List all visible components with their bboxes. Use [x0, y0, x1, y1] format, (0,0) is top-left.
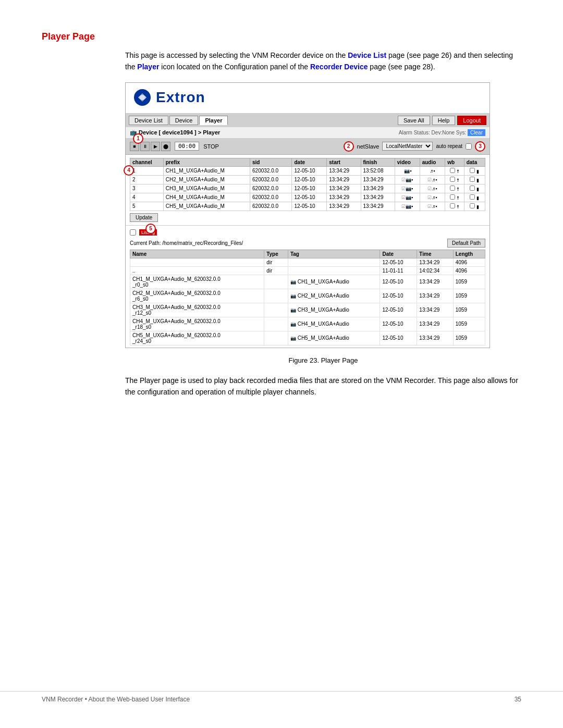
- wb-checkbox-0[interactable]: [450, 168, 455, 173]
- cell-ch: 5: [130, 202, 164, 211]
- cell-date: 12-05-10: [292, 184, 327, 193]
- listing-header: Listing 5: [130, 228, 485, 237]
- device-list-link[interactable]: Device List: [348, 51, 386, 59]
- data-checkbox-0[interactable]: [470, 168, 475, 173]
- cell-finish: 13:34:29: [361, 175, 395, 184]
- nav-help[interactable]: Help: [432, 116, 456, 125]
- cell-finish: 13:34:29: [361, 193, 395, 202]
- channels-section: 4 channel prefix sid date start finish v…: [126, 155, 489, 225]
- breadcrumb-path: Device [ device1094 ] > Player: [139, 129, 220, 135]
- cell-fname: CH3_M_UXGA+Audio_M_620032.0.0_r12_s0: [130, 303, 264, 317]
- channels-table: channel prefix sid date start finish vid…: [130, 158, 485, 211]
- footer-bar: VNM Recorder • About the Web-based User …: [0, 691, 563, 707]
- col-tag: Tag: [288, 250, 380, 258]
- cell-ftag: 📷 CH5_M_UXGA+Audio: [288, 331, 380, 345]
- cell-flength: 4096: [453, 258, 485, 266]
- wb-checkbox-1[interactable]: [450, 177, 455, 182]
- wb-checkbox-3[interactable]: [450, 194, 455, 200]
- data-checkbox-2[interactable]: [470, 186, 475, 191]
- data-checkbox-3[interactable]: [470, 194, 475, 200]
- cell-ftime: 14:02:34: [417, 266, 453, 275]
- cell-flength: 4096: [453, 266, 485, 275]
- files-thead: Name Type Tag Date Time Length: [130, 250, 485, 258]
- body-text: The Player page is used to play back rec…: [125, 375, 521, 398]
- nav-left: Device List Device Player: [129, 116, 228, 125]
- callout-5: 5: [145, 224, 156, 234]
- cell-flength: 1059: [453, 317, 485, 331]
- cell-ftime: 13:34:29: [417, 303, 453, 317]
- wb-checkbox-2[interactable]: [450, 186, 455, 191]
- cell-prefix: CH2_M_UXGA+Audio_M: [163, 175, 250, 184]
- cell-flength: 1059: [453, 303, 485, 317]
- default-path-button[interactable]: Default Path: [447, 239, 485, 248]
- cell-ftag: [288, 266, 380, 275]
- cell-audio: ♬▪: [420, 166, 445, 175]
- cell-ch: 2: [130, 175, 164, 184]
- file-row-6: CH4_M_UXGA+Audio_M_620032.0.0_r18_s0 📷 C…: [130, 317, 485, 331]
- cell-audio: ☑♬▪: [420, 202, 445, 211]
- update-button[interactable]: Update: [130, 213, 158, 222]
- cell-ftype: [264, 303, 288, 317]
- cell-audio: ☑♬▪: [420, 193, 445, 202]
- time-display: 00:00: [175, 142, 199, 151]
- cell-wb: ☨: [445, 166, 464, 175]
- col-date: date: [292, 158, 327, 166]
- cell-sid: 620032.0.0: [250, 184, 292, 193]
- recorder-device-link[interactable]: Recorder Device: [310, 63, 368, 71]
- channel-row-1: 1 CH1_M_UXGA+Audio_M 620032.0.0 12-05-10…: [130, 166, 485, 175]
- cell-ftype: [264, 317, 288, 331]
- cell-ftag: 📷 CH1_M_UXGA+Audio: [288, 275, 380, 289]
- nav-device[interactable]: Device: [169, 116, 199, 125]
- localnetmaster-select[interactable]: LocalNetMaster: [382, 142, 433, 151]
- player-bold: Player: [137, 63, 159, 71]
- record-btn[interactable]: ⬤: [161, 142, 170, 151]
- nav-save-all[interactable]: Save All: [398, 116, 430, 125]
- data-checkbox-1[interactable]: [470, 177, 475, 182]
- auto-repeat-checkbox[interactable]: [466, 143, 472, 150]
- data-checkbox-4[interactable]: [470, 203, 475, 208]
- cell-ftag: 📷 CH3_M_UXGA+Audio: [288, 303, 380, 317]
- breadcrumb-bar: 📺 Device [ device1094 ] > Player Alarm S…: [126, 127, 489, 139]
- callout-2: 2: [344, 141, 354, 152]
- wb-checkbox-4[interactable]: [450, 203, 455, 208]
- listing-checkbox[interactable]: [130, 229, 136, 236]
- col-length: Length: [453, 250, 485, 258]
- cell-sid: 620032.0.0: [250, 175, 292, 184]
- cell-video: ☑📷▪: [395, 184, 420, 193]
- cell-ftime: 13:34:29: [417, 289, 453, 303]
- cell-start: 13:34:29: [327, 166, 361, 175]
- nav-player[interactable]: Player: [199, 116, 228, 125]
- figure-caption: Figure 23. Player Page: [125, 356, 521, 364]
- nav-device-list[interactable]: Device List: [129, 116, 168, 125]
- cell-fdate: 12-05-10: [380, 275, 417, 289]
- col-date: Date: [380, 250, 417, 258]
- right-controls: 2 netSlave LocalNetMaster auto repeat 3: [344, 141, 485, 152]
- col-name: Name: [130, 250, 264, 258]
- cell-sid: 620032.0.0: [250, 166, 292, 175]
- cell-video: ☑📷▪: [395, 202, 420, 211]
- extron-header: Extron: [126, 83, 489, 114]
- cell-flength: 1059: [453, 331, 485, 345]
- nav-right: Save All Help Logout: [398, 116, 486, 125]
- cell-prefix: CH5_M_UXGA+Audio_M: [163, 202, 250, 211]
- channel-row-5: 5 CH5_M_UXGA+Audio_M 620032.0.0 12-05-10…: [130, 202, 485, 211]
- cell-ch: 1: [130, 166, 164, 175]
- col-video: video: [395, 158, 420, 166]
- cell-start: 13:34:29: [327, 184, 361, 193]
- nav-logout[interactable]: Logout: [457, 116, 486, 125]
- play-btn[interactable]: ▶: [151, 142, 160, 151]
- file-row-7: CH5_M_UXGA+Audio_M_620032.0.0_r24_s0 📷 C…: [130, 331, 485, 345]
- cell-wb: ☨: [445, 202, 464, 211]
- extron-nav: Device List Device Player Save All Help …: [126, 114, 489, 127]
- description-paragraph: This page is accessed by selecting the V…: [125, 50, 521, 73]
- col-finish: finish: [361, 158, 395, 166]
- channel-table-wrapper: 4 channel prefix sid date start finish v…: [130, 158, 485, 211]
- extron-logo-icon: [133, 88, 152, 107]
- pause-btn[interactable]: ⏸: [140, 142, 150, 151]
- cell-fdate: 12-05-10: [380, 289, 417, 303]
- col-sid: sid: [250, 158, 292, 166]
- section-title: Player Page: [42, 31, 521, 42]
- cell-audio: ☑♬▪: [420, 184, 445, 193]
- alarm-clear-btn[interactable]: Clear: [468, 129, 485, 136]
- cell-fname: CH5_M_UXGA+Audio_M_620032.0.0_r24_s0: [130, 331, 264, 345]
